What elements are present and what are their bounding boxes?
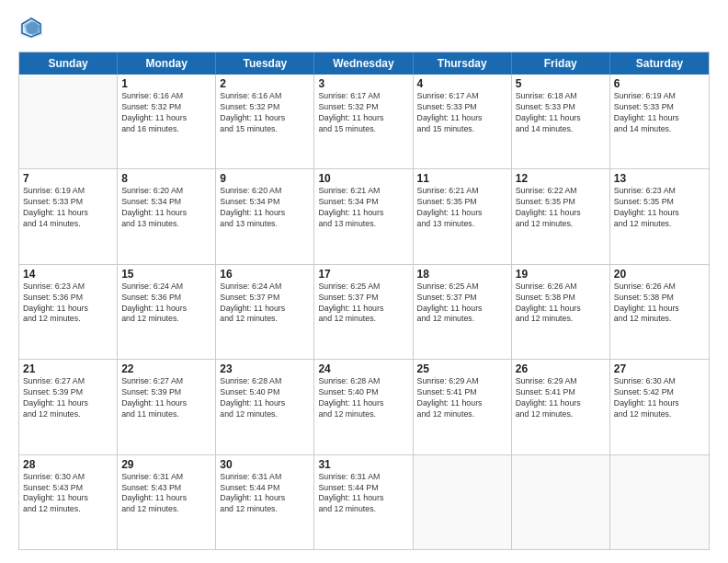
header-day-tuesday: Tuesday [216,52,314,75]
day-info: Sunrise: 6:16 AM Sunset: 5:32 PM Dayligh… [121,91,211,135]
calendar-row-3: 21Sunrise: 6:27 AM Sunset: 5:39 PM Dayli… [19,360,709,454]
day-info: Sunrise: 6:29 AM Sunset: 5:41 PM Dayligh… [516,376,606,420]
day-number: 20 [614,268,705,281]
day-number: 18 [417,268,507,281]
calendar: SundayMondayTuesdayWednesdayThursdayFrid… [18,52,710,550]
day-number: 2 [220,77,310,90]
calendar-cell: 31Sunrise: 6:31 AM Sunset: 5:44 PM Dayli… [314,455,413,549]
day-info: Sunrise: 6:19 AM Sunset: 5:33 PM Dayligh… [23,186,113,230]
day-number: 29 [121,458,211,471]
day-number: 5 [516,77,606,90]
calendar-row-2: 14Sunrise: 6:23 AM Sunset: 5:36 PM Dayli… [19,265,709,360]
day-number: 16 [220,268,310,281]
calendar-cell: 6Sunrise: 6:19 AM Sunset: 5:33 PM Daylig… [610,75,709,168]
day-number: 9 [220,172,310,185]
header-day-thursday: Thursday [414,52,512,75]
day-info: Sunrise: 6:28 AM Sunset: 5:40 PM Dayligh… [318,376,408,420]
logo [18,17,48,42]
calendar-cell: 3Sunrise: 6:17 AM Sunset: 5:32 PM Daylig… [314,75,413,168]
day-info: Sunrise: 6:31 AM Sunset: 5:43 PM Dayligh… [121,472,211,516]
calendar-cell: 5Sunrise: 6:18 AM Sunset: 5:33 PM Daylig… [512,75,610,168]
calendar-cell: 8Sunrise: 6:20 AM Sunset: 5:34 PM Daylig… [118,169,216,263]
calendar-cell: 7Sunrise: 6:19 AM Sunset: 5:33 PM Daylig… [19,169,118,263]
day-number: 31 [318,458,408,471]
day-number: 21 [23,362,113,375]
day-number: 30 [220,458,310,471]
day-info: Sunrise: 6:28 AM Sunset: 5:40 PM Dayligh… [220,376,310,420]
day-info: Sunrise: 6:31 AM Sunset: 5:44 PM Dayligh… [318,472,408,516]
day-info: Sunrise: 6:20 AM Sunset: 5:34 PM Dayligh… [220,186,310,230]
day-info: Sunrise: 6:17 AM Sunset: 5:33 PM Dayligh… [417,91,507,135]
calendar-cell: 1Sunrise: 6:16 AM Sunset: 5:32 PM Daylig… [118,75,216,168]
calendar-cell: 23Sunrise: 6:28 AM Sunset: 5:40 PM Dayli… [216,360,314,454]
header [18,17,710,42]
day-info: Sunrise: 6:24 AM Sunset: 5:36 PM Dayligh… [121,282,211,326]
calendar-cell: 12Sunrise: 6:22 AM Sunset: 5:35 PM Dayli… [512,169,610,263]
calendar-row-1: 7Sunrise: 6:19 AM Sunset: 5:33 PM Daylig… [19,169,709,264]
day-number: 27 [614,362,705,375]
day-number: 28 [23,458,113,471]
day-info: Sunrise: 6:29 AM Sunset: 5:41 PM Dayligh… [417,376,507,420]
calendar-cell: 29Sunrise: 6:31 AM Sunset: 5:43 PM Dayli… [118,455,216,549]
calendar-cell: 14Sunrise: 6:23 AM Sunset: 5:36 PM Dayli… [19,265,118,359]
calendar-cell [414,455,512,549]
day-info: Sunrise: 6:21 AM Sunset: 5:35 PM Dayligh… [417,186,507,230]
day-number: 12 [516,172,606,185]
calendar-cell: 15Sunrise: 6:24 AM Sunset: 5:36 PM Dayli… [118,265,216,359]
calendar-cell: 30Sunrise: 6:31 AM Sunset: 5:44 PM Dayli… [216,455,314,549]
calendar-cell [610,455,709,549]
day-info: Sunrise: 6:21 AM Sunset: 5:34 PM Dayligh… [318,186,408,230]
calendar-cell: 16Sunrise: 6:24 AM Sunset: 5:37 PM Dayli… [216,265,314,359]
day-number: 22 [121,362,211,375]
day-info: Sunrise: 6:24 AM Sunset: 5:37 PM Dayligh… [220,282,310,326]
calendar-cell: 2Sunrise: 6:16 AM Sunset: 5:32 PM Daylig… [216,75,314,168]
calendar-cell: 20Sunrise: 6:26 AM Sunset: 5:38 PM Dayli… [610,265,709,359]
day-info: Sunrise: 6:30 AM Sunset: 5:42 PM Dayligh… [614,376,705,420]
day-info: Sunrise: 6:25 AM Sunset: 5:37 PM Dayligh… [318,282,408,326]
day-number: 7 [23,172,113,185]
day-info: Sunrise: 6:26 AM Sunset: 5:38 PM Dayligh… [516,282,606,326]
calendar-cell: 21Sunrise: 6:27 AM Sunset: 5:39 PM Dayli… [19,360,118,454]
calendar-cell: 13Sunrise: 6:23 AM Sunset: 5:35 PM Dayli… [610,169,709,263]
day-number: 6 [614,77,705,90]
calendar-cell: 27Sunrise: 6:30 AM Sunset: 5:42 PM Dayli… [610,360,709,454]
calendar-row-4: 28Sunrise: 6:30 AM Sunset: 5:43 PM Dayli… [19,455,709,549]
header-day-wednesday: Wednesday [314,52,413,75]
day-info: Sunrise: 6:25 AM Sunset: 5:37 PM Dayligh… [417,282,507,326]
calendar-cell: 17Sunrise: 6:25 AM Sunset: 5:37 PM Dayli… [314,265,413,359]
day-number: 3 [318,77,408,90]
day-info: Sunrise: 6:23 AM Sunset: 5:35 PM Dayligh… [614,186,705,230]
calendar-row-0: 1Sunrise: 6:16 AM Sunset: 5:32 PM Daylig… [19,75,709,169]
calendar-body: 1Sunrise: 6:16 AM Sunset: 5:32 PM Daylig… [19,75,709,549]
calendar-cell: 24Sunrise: 6:28 AM Sunset: 5:40 PM Dayli… [314,360,413,454]
page: SundayMondayTuesdayWednesdayThursdayFrid… [0,0,728,563]
day-info: Sunrise: 6:22 AM Sunset: 5:35 PM Dayligh… [516,186,606,230]
calendar-cell: 9Sunrise: 6:20 AM Sunset: 5:34 PM Daylig… [216,169,314,263]
day-number: 14 [23,268,113,281]
day-info: Sunrise: 6:23 AM Sunset: 5:36 PM Dayligh… [23,282,113,326]
calendar-cell: 22Sunrise: 6:27 AM Sunset: 5:39 PM Dayli… [118,360,216,454]
day-number: 10 [318,172,408,185]
calendar-cell: 26Sunrise: 6:29 AM Sunset: 5:41 PM Dayli… [512,360,610,454]
day-number: 4 [417,77,507,90]
day-number: 17 [318,268,408,281]
calendar-header: SundayMondayTuesdayWednesdayThursdayFrid… [19,52,709,75]
day-info: Sunrise: 6:16 AM Sunset: 5:32 PM Dayligh… [220,91,310,135]
day-info: Sunrise: 6:20 AM Sunset: 5:34 PM Dayligh… [121,186,211,230]
day-info: Sunrise: 6:18 AM Sunset: 5:33 PM Dayligh… [516,91,606,135]
calendar-cell [512,455,610,549]
day-number: 15 [121,268,211,281]
header-day-saturday: Saturday [610,52,709,75]
day-info: Sunrise: 6:27 AM Sunset: 5:39 PM Dayligh… [23,376,113,420]
header-day-friday: Friday [512,52,610,75]
calendar-cell: 10Sunrise: 6:21 AM Sunset: 5:34 PM Dayli… [314,169,413,263]
day-number: 19 [516,268,606,281]
calendar-cell: 28Sunrise: 6:30 AM Sunset: 5:43 PM Dayli… [19,455,118,549]
calendar-cell: 4Sunrise: 6:17 AM Sunset: 5:33 PM Daylig… [414,75,512,168]
day-number: 23 [220,362,310,375]
day-number: 24 [318,362,408,375]
calendar-cell: 25Sunrise: 6:29 AM Sunset: 5:41 PM Dayli… [414,360,512,454]
calendar-cell [19,75,118,168]
calendar-cell: 18Sunrise: 6:25 AM Sunset: 5:37 PM Dayli… [414,265,512,359]
day-number: 8 [121,172,211,185]
